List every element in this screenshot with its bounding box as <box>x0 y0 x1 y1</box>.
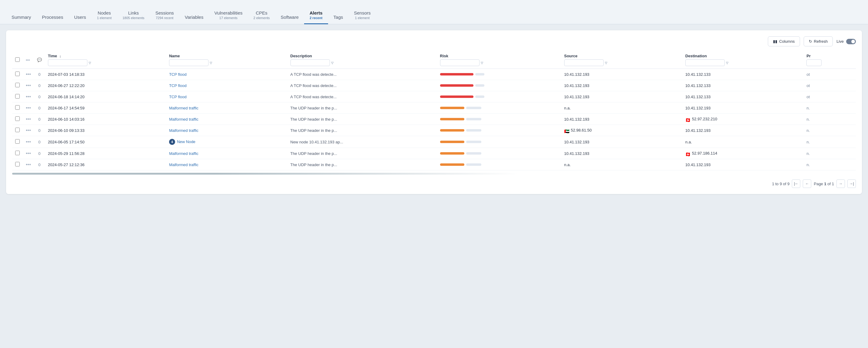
nav-item-links[interactable]: Links1805 elements <box>117 7 150 24</box>
refresh-button[interactable]: ↻ Refresh <box>804 36 833 46</box>
nav-item-software[interactable]: Software <box>275 11 304 24</box>
row-destination: 10.41.132.193 <box>682 159 803 170</box>
name-filter-input[interactable] <box>169 60 209 66</box>
row-risk <box>437 102 561 114</box>
row-dots[interactable]: ••• <box>23 125 34 136</box>
row-pr: n. <box>803 114 856 125</box>
nav-item-sensors[interactable]: Sensors1 element <box>348 7 376 24</box>
nav-item-sessions[interactable]: Sessions7294 recent <box>150 7 179 24</box>
row-dots[interactable]: ••• <box>23 69 34 80</box>
row-name: Malformed traffic <box>166 114 287 125</box>
nav-item-summary[interactable]: Summary <box>6 11 36 24</box>
nav-label-alerts: Alerts <box>310 10 322 15</box>
row-description: The UDP header in the p... <box>287 159 437 170</box>
row-description: The UDP header in the p... <box>287 102 437 114</box>
alert-name-link[interactable]: TCP flood <box>169 95 187 99</box>
row-dots[interactable]: ••• <box>23 136 34 148</box>
th-risk: Risk ▽ <box>437 51 561 69</box>
row-dots[interactable]: ••• <box>23 148 34 159</box>
alert-name-link[interactable]: Malformed traffic <box>169 117 198 121</box>
first-page-button[interactable]: |← <box>792 179 800 188</box>
row-checkbox-cell <box>12 102 23 114</box>
row-dots[interactable]: ••• <box>23 159 34 170</box>
row-time: 2024-06-18 14:14:20 <box>45 91 166 102</box>
row-source: 🇦🇪52.98.61.50 <box>561 125 682 136</box>
row-name: Malformed traffic <box>166 102 287 114</box>
row-checkbox[interactable] <box>15 94 20 99</box>
row-risk <box>437 91 561 102</box>
pr-filter-input[interactable] <box>806 60 822 66</box>
table-row: ••• 0 2024-06-10 09:13:33 Malformed traf… <box>12 125 856 136</box>
row-checkbox[interactable] <box>15 139 20 144</box>
nav-item-cpes[interactable]: CPEs2 elements <box>248 7 275 24</box>
alert-name-link[interactable]: Malformed traffic <box>169 163 198 167</box>
row-risk <box>437 69 561 80</box>
table-row: ••• 0 2024-05-27 12:12:36 Malformed traf… <box>12 159 856 170</box>
next-page-button[interactable]: → <box>836 179 845 188</box>
row-checkbox[interactable] <box>15 128 20 132</box>
th-destination: Destination ▽ <box>682 51 803 69</box>
nav-item-users[interactable]: Users <box>69 11 91 24</box>
row-count: 0 <box>34 125 45 136</box>
nav-item-processes[interactable]: Processes <box>36 11 69 24</box>
source-filter-icon: ▽ <box>605 61 607 65</box>
row-count: 0 <box>34 91 45 102</box>
row-dots[interactable]: ••• <box>23 102 34 114</box>
columns-button[interactable]: ▮▮ Columns <box>768 36 800 46</box>
row-checkbox[interactable] <box>15 162 20 166</box>
row-checkbox[interactable] <box>15 105 20 110</box>
horizontal-scrollbar[interactable] <box>12 173 518 175</box>
nav-item-nodes[interactable]: Nodes1 element <box>91 7 117 24</box>
row-time: 2024-06-10 14:03:16 <box>45 114 166 125</box>
alert-name-link[interactable]: Malformed traffic <box>169 128 198 133</box>
nav-item-variables[interactable]: Variables <box>179 11 209 24</box>
row-dots[interactable]: ••• <box>23 91 34 102</box>
nav-item-vulnerabilities[interactable]: Vulnerabilities17 elements <box>209 7 248 24</box>
time-filter-input[interactable] <box>48 60 87 66</box>
columns-icon: ▮▮ <box>773 39 777 44</box>
nav-label-sessions: Sessions <box>155 10 174 15</box>
last-page-button[interactable]: →| <box>847 179 856 188</box>
row-checkbox-cell <box>12 80 23 91</box>
row-dots[interactable]: ••• <box>23 80 34 91</box>
row-checkbox[interactable] <box>15 151 20 155</box>
row-time: 2024-05-29 11:56:28 <box>45 148 166 159</box>
select-all-checkbox[interactable] <box>15 57 20 62</box>
nav-item-alerts[interactable]: Alerts2 recent <box>304 7 328 24</box>
name-filter-icon: ▽ <box>210 61 212 65</box>
row-description: The UDP header in the p... <box>287 114 437 125</box>
row-count: 0 <box>34 148 45 159</box>
alert-name-link[interactable]: Malformed traffic <box>169 106 198 110</box>
nav-label-links: Links <box>128 10 139 15</box>
row-name: TCP flood <box>166 91 287 102</box>
row-pr: n. <box>803 102 856 114</box>
row-checkbox[interactable] <box>15 72 20 76</box>
alert-name-link[interactable]: Malformed traffic <box>169 151 198 156</box>
desc-filter-input[interactable] <box>290 60 330 66</box>
nav-label-variables: Variables <box>185 14 203 20</box>
nav-label-software: Software <box>281 14 299 20</box>
alert-name-link[interactable]: New Node <box>177 139 195 144</box>
live-toggle-switch[interactable] <box>846 39 856 44</box>
table-row: ••• 0 2024-05-29 11:56:28 Malformed traf… <box>12 148 856 159</box>
row-checkbox[interactable] <box>15 116 20 121</box>
row-checkbox[interactable] <box>15 83 20 87</box>
nav-item-tags[interactable]: Tags <box>328 11 349 24</box>
dest-filter-input[interactable] <box>685 60 725 66</box>
row-dots[interactable]: ••• <box>23 114 34 125</box>
row-time: 2024-05-27 12:12:36 <box>45 159 166 170</box>
row-destination: 10.41.132.193 <box>682 125 803 136</box>
risk-filter-input[interactable] <box>440 60 479 66</box>
row-name: TCP flood <box>166 80 287 91</box>
table-row: ••• 0 2024-06-18 14:14:20 TCP flood A TC… <box>12 91 856 102</box>
row-name: TCP flood <box>166 69 287 80</box>
prev-page-button[interactable]: ← <box>803 179 811 188</box>
row-description: A TCP flood was detecte... <box>287 91 437 102</box>
alert-name-link[interactable]: TCP flood <box>169 83 187 88</box>
table-row: ••• 0 2024-07-03 14:18:33 TCP flood A TC… <box>12 69 856 80</box>
source-filter-input[interactable] <box>564 60 603 66</box>
th-comment: 💬 <box>34 51 45 69</box>
nav-label-sensors: Sensors <box>354 10 371 15</box>
alert-name-link[interactable]: TCP flood <box>169 72 187 77</box>
th-dots: ••• <box>23 51 34 69</box>
